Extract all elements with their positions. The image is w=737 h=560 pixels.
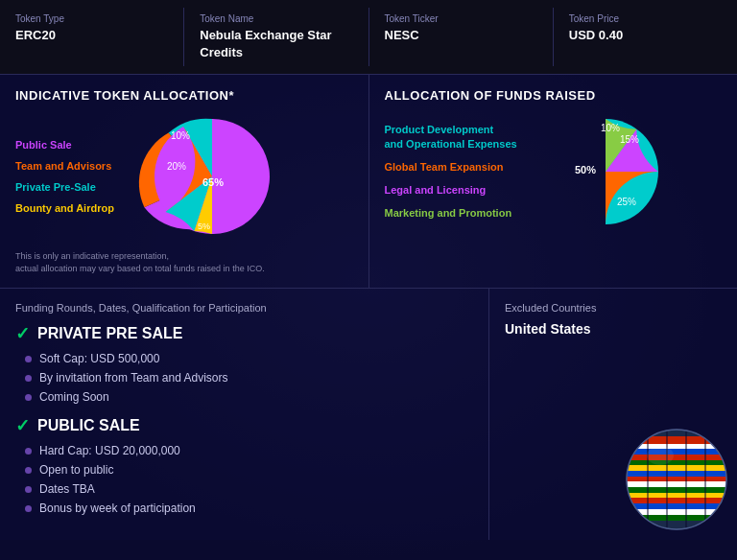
token-name-label: Token Name (200, 13, 352, 24)
svg-text:25%: 25% (617, 197, 636, 207)
list-item: By invitation from Team and Advisors (25, 371, 473, 385)
token-ticker-value: NESC (385, 28, 419, 42)
funds-allocation-panel: ALLOCATION OF FUNDS RAISED Product Devel… (369, 75, 738, 288)
svg-text:10%: 10% (601, 123, 620, 133)
token-allocation-pie: 65% 20% 10% 5% (150, 114, 274, 239)
bullet-icon (25, 375, 32, 382)
token-ticker-cell: Token Ticker NESC (369, 8, 554, 66)
svg-rect-15 (627, 460, 726, 465)
token-price-label: Token Price (569, 13, 722, 24)
private-sale-list: Soft Cap: USD 500,000 By invitation from… (15, 352, 473, 404)
allocation-content: Public Sale Team and Advisors Private Pr… (15, 114, 353, 239)
bullet-icon (25, 356, 32, 362)
funding-rounds-label: Funding Rounds, Dates, Qualification for… (15, 302, 473, 314)
token-price-value: USD 0.40 (569, 28, 623, 42)
main-content: INDICATIVE TOKEN ALLOCATION* Public Sale… (0, 75, 737, 540)
svg-text:50%: 50% (575, 164, 596, 175)
svg-rect-11 (627, 436, 726, 444)
globe-icon (624, 427, 729, 532)
public-sale-check-icon: ✓ (15, 415, 30, 436)
svg-rect-22 (627, 498, 726, 503)
svg-rect-20 (627, 487, 726, 493)
funds-legend: Product Developmentand Operational Expen… (385, 123, 538, 220)
list-item: Hard Cap: USD 20,000,000 (25, 444, 473, 457)
public-sale-list: Hard Cap: USD 20,000,000 Open to public … (15, 444, 473, 515)
svg-text:20%: 20% (167, 161, 186, 172)
funding-rounds-panel: Funding Rounds, Dates, Qualification for… (0, 289, 489, 540)
private-sale-section: ✓ PRIVATE PRE SALE Soft Cap: USD 500,000… (15, 323, 473, 404)
token-type-value: ERC20 (15, 28, 56, 42)
svg-rect-21 (627, 493, 726, 498)
private-sale-check-icon: ✓ (15, 323, 30, 344)
excluded-countries-panel: Excluded Countries United States (489, 289, 737, 540)
token-allocation-panel: INDICATIVE TOKEN ALLOCATION* Public Sale… (0, 75, 369, 288)
bullet-icon (25, 448, 32, 455)
legend-team-advisors: Team and Advisors (15, 160, 140, 172)
svg-text:15%: 15% (620, 134, 639, 145)
disclaimer: This is only an indicative representatio… (15, 250, 353, 274)
svg-rect-19 (627, 481, 726, 487)
svg-rect-18 (627, 477, 726, 481)
legend-private-presale: Private Pre-Sale (15, 181, 140, 193)
bullet-icon (25, 505, 32, 512)
token-allocation-title: INDICATIVE TOKEN ALLOCATION* (15, 88, 353, 103)
bullet-icon (25, 467, 32, 474)
svg-rect-16 (627, 465, 726, 471)
excluded-country-us: United States (505, 321, 722, 337)
funds-allocation-title: ALLOCATION OF FUNDS RAISED (385, 88, 723, 103)
funds-pie: 50% 25% 15% 10% (548, 114, 663, 229)
globe-container (624, 427, 729, 532)
header-bar: Token Type ERC20 Token Name Nebula Excha… (0, 0, 737, 75)
token-type-cell: Token Type ERC20 (0, 8, 184, 66)
bottom-panels: Funding Rounds, Dates, Qualification for… (0, 289, 737, 540)
svg-text:65%: 65% (202, 176, 224, 188)
list-item: Dates TBA (25, 482, 473, 496)
private-sale-title: ✓ PRIVATE PRE SALE (15, 323, 473, 344)
svg-point-31 (647, 446, 674, 465)
list-item: Coming Soon (25, 390, 473, 404)
list-item: Open to public (25, 463, 473, 477)
public-sale-section: ✓ PUBLIC SALE Hard Cap: USD 20,000,000 O… (15, 415, 473, 515)
list-item: Soft Cap: USD 500,000 (25, 352, 473, 365)
svg-rect-17 (627, 471, 726, 477)
legend-legal: Legal and Licensing (385, 183, 538, 197)
token-name-cell: Token Name Nebula Exchange Star Credits (184, 8, 368, 66)
svg-rect-14 (627, 455, 726, 460)
token-type-label: Token Type (15, 13, 168, 24)
legend-public-sale: Public Sale (15, 139, 140, 151)
legend-product-dev: Product Developmentand Operational Expen… (385, 123, 538, 151)
funds-content: Product Developmentand Operational Expen… (385, 114, 723, 229)
token-allocation-legend: Public Sale Team and Advisors Private Pr… (15, 139, 140, 214)
bullet-icon (25, 394, 32, 401)
token-ticker-label: Token Ticker (385, 13, 537, 24)
legend-global-team: Global Team Expansion (385, 160, 538, 174)
top-panels: INDICATIVE TOKEN ALLOCATION* Public Sale… (0, 75, 737, 289)
token-price-cell: Token Price USD 0.40 (554, 8, 737, 66)
legend-marketing: Marketing and Promotion (385, 206, 538, 220)
bullet-icon (25, 486, 32, 493)
svg-rect-13 (627, 449, 726, 455)
legend-bounty-airdrop: Bounty and Airdrop (15, 202, 140, 214)
svg-rect-23 (627, 503, 726, 509)
svg-text:5%: 5% (198, 222, 210, 231)
list-item: Bonus by week of participation (25, 502, 473, 515)
excluded-countries-label: Excluded Countries (505, 302, 722, 314)
public-sale-title: ✓ PUBLIC SALE (15, 415, 473, 436)
svg-text:10%: 10% (171, 130, 190, 141)
token-name-value: Nebula Exchange Star Credits (200, 28, 331, 59)
